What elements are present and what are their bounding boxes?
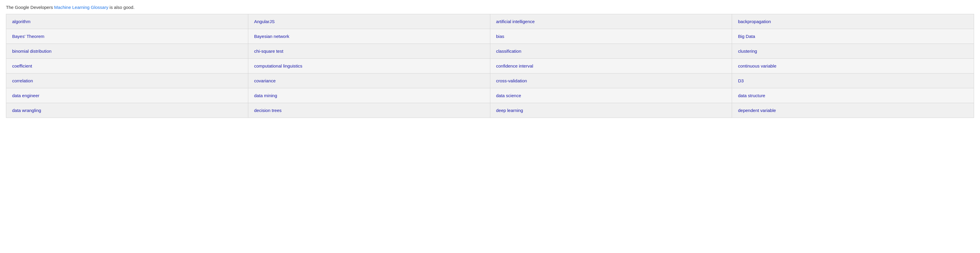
glossary-term-link[interactable]: chi-square test <box>254 49 283 54</box>
table-row: coefficientcomputational linguisticsconf… <box>6 59 974 73</box>
table-cell: data wrangling <box>6 103 248 118</box>
glossary-table: algorithmAngularJSartificial intelligenc… <box>6 14 974 118</box>
table-cell: clustering <box>732 44 974 59</box>
glossary-term-link[interactable]: Bayesian network <box>254 34 289 39</box>
table-cell: artificial intelligence <box>490 14 732 29</box>
glossary-term-link[interactable]: backpropagation <box>738 19 771 24</box>
table-row: binomial distributionchi-square testclas… <box>6 44 974 59</box>
glossary-term-link[interactable]: confidence interval <box>496 63 533 68</box>
glossary-term-link[interactable]: Big Data <box>738 34 755 39</box>
table-cell: classification <box>490 44 732 59</box>
glossary-term-link[interactable]: bias <box>496 34 504 39</box>
glossary-term-link[interactable]: artificial intelligence <box>496 19 535 24</box>
table-cell: Bayesian network <box>248 29 490 44</box>
glossary-term-link[interactable]: algorithm <box>12 19 30 24</box>
glossary-term-link[interactable]: data structure <box>738 93 765 98</box>
glossary-term-link[interactable]: correlation <box>12 78 33 83</box>
table-row: Bayes' TheoremBayesian networkbiasBig Da… <box>6 29 974 44</box>
glossary-term-link[interactable]: data mining <box>254 93 277 98</box>
glossary-term-link[interactable]: coefficient <box>12 63 32 68</box>
table-row: data engineerdata miningdata sciencedata… <box>6 88 974 103</box>
table-row: algorithmAngularJSartificial intelligenc… <box>6 14 974 29</box>
glossary-term-link[interactable]: data wrangling <box>12 108 41 113</box>
table-cell: D3 <box>732 73 974 88</box>
table-cell: covariance <box>248 73 490 88</box>
intro-text-before: The Google Developers <box>6 5 54 10</box>
table-cell: chi-square test <box>248 44 490 59</box>
table-row: data wranglingdecision treesdeep learnin… <box>6 103 974 118</box>
table-cell: dependent variable <box>732 103 974 118</box>
glossary-term-link[interactable]: dependent variable <box>738 108 776 113</box>
table-cell: Big Data <box>732 29 974 44</box>
table-cell: data science <box>490 88 732 103</box>
table-cell: bias <box>490 29 732 44</box>
table-cell: data structure <box>732 88 974 103</box>
table-cell: Bayes' Theorem <box>6 29 248 44</box>
intro-paragraph: The Google Developers Machine Learning G… <box>6 5 974 10</box>
table-cell: coefficient <box>6 59 248 73</box>
glossary-term-link[interactable]: covariance <box>254 78 276 83</box>
glossary-term-link[interactable]: Bayes' Theorem <box>12 34 44 39</box>
glossary-term-link[interactable]: cross-validation <box>496 78 527 83</box>
glossary-term-link[interactable]: AngularJS <box>254 19 275 24</box>
table-cell: data mining <box>248 88 490 103</box>
glossary-term-link[interactable]: data science <box>496 93 521 98</box>
ml-glossary-link[interactable]: Machine Learning Glossary <box>54 5 108 10</box>
table-row: correlationcovariancecross-validationD3 <box>6 73 974 88</box>
table-cell: confidence interval <box>490 59 732 73</box>
table-cell: binomial distribution <box>6 44 248 59</box>
glossary-term-link[interactable]: clustering <box>738 49 757 54</box>
glossary-term-link[interactable]: D3 <box>738 78 744 83</box>
table-cell: continuous variable <box>732 59 974 73</box>
table-cell: correlation <box>6 73 248 88</box>
glossary-term-link[interactable]: data engineer <box>12 93 40 98</box>
table-cell: computational linguistics <box>248 59 490 73</box>
table-cell: decision trees <box>248 103 490 118</box>
glossary-term-link[interactable]: binomial distribution <box>12 49 52 54</box>
glossary-term-link[interactable]: deep learning <box>496 108 523 113</box>
glossary-term-link[interactable]: continuous variable <box>738 63 776 68</box>
table-cell: cross-validation <box>490 73 732 88</box>
glossary-term-link[interactable]: decision trees <box>254 108 282 113</box>
table-cell: backpropagation <box>732 14 974 29</box>
glossary-term-link[interactable]: classification <box>496 49 522 54</box>
table-cell: algorithm <box>6 14 248 29</box>
table-cell: deep learning <box>490 103 732 118</box>
intro-text-after: is also good. <box>108 5 134 10</box>
glossary-term-link[interactable]: computational linguistics <box>254 63 302 68</box>
table-cell: AngularJS <box>248 14 490 29</box>
table-cell: data engineer <box>6 88 248 103</box>
